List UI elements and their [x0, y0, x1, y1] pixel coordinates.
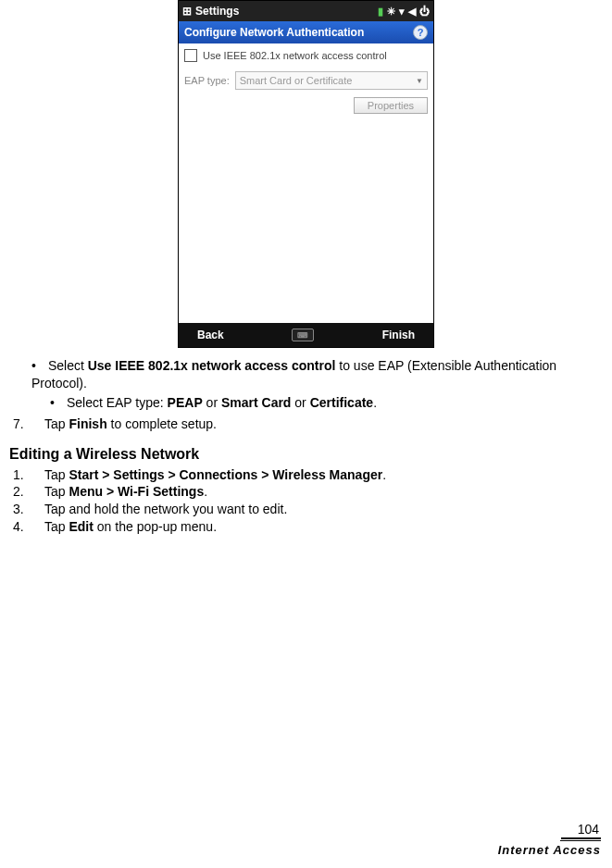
status-bar: ⊞ Settings ▮ ✳ ▾ ◀ ⏻	[179, 1, 433, 21]
help-icon[interactable]: ?	[413, 25, 428, 40]
text-bold: Edit	[69, 519, 93, 534]
step-number: 1.	[13, 466, 28, 484]
text-bold: Certificate	[310, 395, 373, 410]
sync-icon: ✳	[387, 6, 395, 18]
step-number: 3.	[13, 501, 28, 518]
footer-section-label: Internet Access	[498, 843, 601, 857]
titlebar-text: Configure Network Authentication	[184, 26, 364, 39]
text: to complete setup.	[107, 416, 217, 431]
back-button[interactable]: Back	[197, 329, 224, 341]
statusbar-title: Settings	[195, 5, 374, 18]
text-bold: Use IEEE 802.1x network access control	[88, 358, 336, 373]
text: or	[203, 395, 221, 410]
step-number: 4.	[13, 518, 28, 536]
list-item: 7. Tap Finish to complete setup.	[13, 415, 603, 433]
bottom-bar: Back ⌨ Finish	[179, 323, 433, 347]
list-item: 4.Tap Edit on the pop-up menu.	[13, 518, 603, 536]
checkbox-label: Use IEEE 802.1x network access control	[203, 50, 387, 61]
text: .	[382, 467, 386, 482]
signal-icon: ▾	[399, 6, 405, 18]
keyboard-icon[interactable]: ⌨	[292, 329, 314, 341]
chevron-down-icon: ▼	[416, 77, 423, 85]
title-bar: Configure Network Authentication ?	[179, 21, 433, 43]
list-item: 3.Tap and hold the network you want to e…	[13, 501, 603, 518]
text: on the pop-up menu.	[94, 519, 217, 534]
text-bold: Menu > Wi-Fi Settings	[69, 484, 204, 499]
page-footer: 104 Internet Access	[498, 822, 601, 857]
eap-row: EAP type: Smart Card or Certificate ▼	[184, 71, 428, 90]
windows-flag-icon: ⊞	[182, 5, 192, 18]
eap-type-value: Smart Card or Certificate	[240, 75, 353, 86]
step-number: 7.	[13, 415, 28, 433]
volume-icon: ◀	[408, 6, 416, 18]
text-bold: PEAP	[168, 395, 203, 410]
power-icon: ⏻	[419, 6, 430, 17]
text: .	[373, 395, 377, 410]
bullet-list: • Select Use IEEE 802.1x network access …	[31, 357, 603, 412]
text: Tap	[44, 519, 69, 534]
ordered-list: 1.Tap Start > Settings > Connections > W…	[13, 466, 603, 537]
text: .	[204, 484, 207, 499]
eap-type-dropdown[interactable]: Smart Card or Certificate ▼	[235, 71, 428, 90]
section-heading: Editing a Wireless Network	[9, 446, 603, 463]
text: Tap	[44, 467, 69, 482]
text: Tap	[44, 484, 69, 499]
text: Tap	[44, 416, 69, 431]
text-bold: Start > Settings > Connections > Wireles…	[69, 467, 382, 482]
battery-icon: ▮	[378, 6, 383, 18]
finish-button[interactable]: Finish	[382, 329, 415, 341]
text: or	[291, 395, 309, 410]
list-item: • Select EAP type: PEAP or Smart Card or…	[50, 394, 603, 412]
properties-button[interactable]: Properties	[354, 97, 428, 114]
phone-screenshot: ⊞ Settings ▮ ✳ ▾ ◀ ⏻ Configure Network A…	[178, 0, 434, 348]
text: Select	[48, 358, 88, 373]
checkbox-row[interactable]: Use IEEE 802.1x network access control	[184, 49, 428, 62]
page-number: 104	[561, 822, 601, 839]
phone-body: Use IEEE 802.1x network access control E…	[179, 43, 433, 323]
list-item: 2.Tap Menu > Wi-Fi Settings.	[13, 483, 603, 501]
text-bold: Finish	[69, 416, 106, 431]
text: Tap and hold the network you want to edi…	[44, 502, 287, 516]
text: Select EAP type:	[67, 395, 168, 410]
step-number: 2.	[13, 483, 28, 501]
eap-type-label: EAP type:	[184, 75, 230, 86]
list-item: • Select Use IEEE 802.1x network access …	[31, 357, 603, 412]
list-item: 1.Tap Start > Settings > Connections > W…	[13, 466, 603, 484]
text-bold: Smart Card	[221, 395, 291, 410]
checkbox[interactable]	[184, 49, 197, 62]
